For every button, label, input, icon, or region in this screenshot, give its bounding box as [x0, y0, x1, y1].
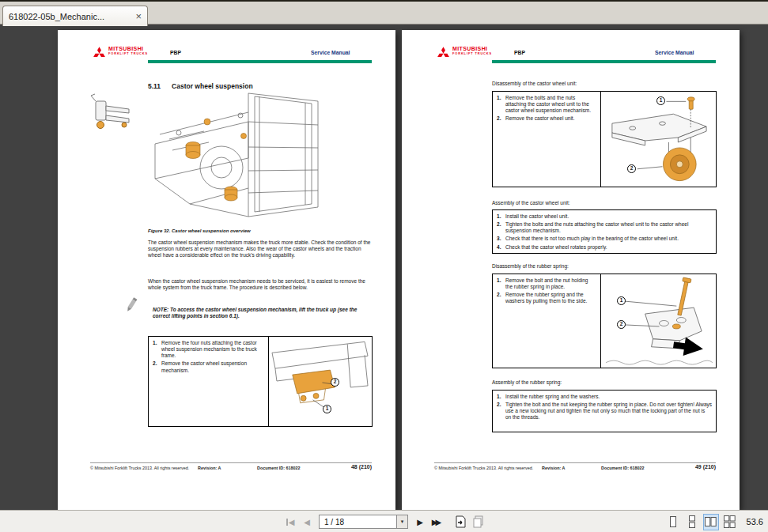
- single-page-view-button[interactable]: [665, 514, 681, 530]
- steps-list: Remove the four nuts attaching the casto…: [153, 340, 264, 374]
- procedure-label: Disassembly of the castor wheel unit:: [492, 81, 577, 87]
- procedure-label: Assembly of the rubber spring:: [492, 379, 562, 386]
- mitsubishi-logo: MITSUBISHI FORKLIFT TRUCKS: [437, 46, 492, 58]
- footer-revision: Revision: A: [542, 466, 565, 471]
- step: Remove the rubber spring and the washers…: [497, 292, 596, 304]
- suspension-removal-illustration: [269, 337, 372, 426]
- note-text: NOTE: To access the castor wheel suspens…: [153, 307, 373, 319]
- step: Remove the castor wheel unit.: [497, 115, 596, 122]
- last-page-button[interactable]: ▶▶: [429, 513, 444, 530]
- logo-text: MITSUBISHI FORKLIFT TRUCKS: [108, 46, 148, 55]
- procedure-figure-cell: 1 2: [600, 92, 716, 187]
- header-green-rule: [148, 60, 372, 63]
- callout-1: 1: [323, 405, 331, 413]
- procedure-steps-cell: Install the castor wheel unit. Tighten t…: [493, 210, 716, 253]
- header-doctype-label: Service Manual: [311, 50, 350, 56]
- procedure-label: Disassembly of the rubber spring:: [492, 263, 569, 270]
- overlapping-pages-button[interactable]: [471, 514, 486, 530]
- chevron-down-icon: ▾: [401, 519, 404, 524]
- procedure-steps-cell: Remove the bolts and the nuts attaching …: [493, 92, 600, 187]
- steps-list: Install the rubber spring and the washer…: [497, 394, 712, 421]
- pdf-viewer-window: 618022-05b_Mechanic... × MITSUBISHI FORK…: [0, 0, 768, 532]
- page-number-box: ▾: [319, 515, 408, 529]
- footer-copyright: © Mitsubishi Forklift Trucks 2013. All r…: [90, 466, 189, 471]
- steps-list: Remove the bolts and the nuts attaching …: [497, 95, 596, 123]
- step: Remove the bolts and the nuts attaching …: [497, 95, 596, 114]
- header-green-rule: [492, 60, 716, 63]
- header-model-label: PBP: [514, 50, 525, 56]
- manual-page-49: MITSUBISHI FORKLIFT TRUCKS PBP Service M…: [402, 30, 740, 510]
- header-doctype-label: Service Manual: [655, 50, 694, 56]
- step: Install the castor wheel unit.: [497, 213, 712, 220]
- castor-wheel-unit-illustration: [601, 92, 716, 187]
- assembly-unit-table: Install the castor wheel unit. Tighten t…: [492, 209, 717, 254]
- mitsubishi-logo: MITSUBISHI FORKLIFT TRUCKS: [93, 46, 148, 58]
- callout-2: 2: [627, 164, 636, 173]
- step: Check that the castor wheel rotates prop…: [497, 244, 712, 251]
- procedure-steps-cell: Install the rubber spring and the washer…: [493, 391, 716, 432]
- two-page-continuous-view-button[interactable]: [722, 514, 738, 530]
- continuous-view-icon: [687, 515, 698, 528]
- manual-page-48: MITSUBISHI FORKLIFT TRUCKS PBP Service M…: [58, 30, 395, 510]
- figure-caption: Figure 32. Castor wheel suspension overv…: [148, 228, 251, 235]
- document-tab-bar: 618022-05b_Mechanic... ×: [0, 0, 768, 25]
- step: Remove the castor wheel suspension mecha…: [153, 360, 264, 373]
- note-pencil-icon: [124, 296, 138, 314]
- step: Remove the four nuts attaching the casto…: [153, 340, 264, 359]
- footer-rule: [90, 462, 372, 463]
- continuous-view-button[interactable]: [684, 514, 700, 530]
- header-model-label: PBP: [170, 50, 181, 56]
- body-paragraph: The castor wheel suspension mechanism ma…: [148, 240, 373, 258]
- triangle-right-icon: ▶: [417, 518, 423, 526]
- castor-suspension-overview-illustration: [149, 89, 342, 224]
- document-tab-title: 618022-05b_Mechanic...: [9, 12, 131, 21]
- previous-page-button[interactable]: ◀: [300, 513, 314, 530]
- body-paragraph: When the castor wheel suspension mechani…: [148, 278, 373, 291]
- page-navigation-cluster: ◀ ◀ ▾ ▶ ▶▶: [283, 511, 486, 532]
- disassembly-unit-table: Remove the bolts and the nuts attaching …: [492, 91, 717, 187]
- document-tab[interactable]: 618022-05b_Mechanic... ×: [2, 6, 148, 26]
- step: Check that there is not too much play in…: [497, 236, 712, 242]
- footer-copyright: © Mitsubishi Forklift Trucks 2013. All r…: [434, 466, 533, 471]
- overlapping-pages-icon: [472, 515, 485, 528]
- disassembly-spring-table: Remove the bolt and the nut holding the …: [492, 274, 717, 368]
- zoom-level-label: 53.6: [747, 517, 763, 526]
- steps-list: Install the castor wheel unit. Tighten t…: [497, 213, 712, 251]
- procedure-label: Assembly of the castor wheel unit:: [492, 200, 570, 206]
- two-page-view-button[interactable]: [703, 514, 719, 530]
- step: Tighten the bolt and the nut keeping the…: [497, 402, 712, 421]
- page-dropdown-button[interactable]: ▾: [396, 515, 407, 528]
- logo-text: MITSUBISHI FORKLIFT TRUCKS: [452, 46, 492, 55]
- callout-1: 1: [617, 296, 626, 305]
- logo-brand-name: MITSUBISHI: [108, 46, 148, 51]
- two-page-continuous-view-icon: [724, 515, 736, 528]
- logo-brand-subname: FORKLIFT TRUCKS: [108, 52, 148, 55]
- triangle-left-icon: ◀: [289, 518, 295, 526]
- callout-2: 2: [617, 320, 626, 329]
- single-page-view-icon: [668, 515, 679, 528]
- tab-close-icon[interactable]: ×: [135, 11, 142, 21]
- page-number-input[interactable]: [320, 515, 396, 528]
- procedure-figure-cell: 1 2: [600, 274, 716, 368]
- page-with-arrow-button[interactable]: [452, 514, 468, 530]
- procedure-figure-cell: 2 1: [268, 337, 372, 426]
- footer-page-number: 49 (210): [695, 464, 716, 471]
- page-with-arrow-icon: [455, 515, 467, 528]
- triangle-left-icon: ◀: [304, 518, 310, 526]
- procedure-steps-cell: Remove the four nuts attaching the casto…: [149, 337, 268, 426]
- first-page-button[interactable]: ◀: [283, 513, 297, 530]
- footer-document-id: Document ID: 618022: [257, 466, 301, 471]
- callout-2: 2: [331, 378, 339, 387]
- logo-brand-name: MITSUBISHI: [452, 46, 492, 51]
- callout-1: 1: [656, 96, 665, 105]
- step: Tighten the bolts and the nuts attaching…: [497, 221, 712, 234]
- viewer-bottom-toolbar: ◀ ◀ ▾ ▶ ▶▶: [0, 510, 768, 532]
- footer-page-number: 48 (210): [351, 464, 372, 471]
- two-page-view-icon: [705, 515, 717, 528]
- assembly-spring-table: Install the rubber spring and the washer…: [492, 390, 717, 432]
- step: Install the rubber spring and the washer…: [497, 394, 712, 400]
- footer-revision: Revision: A: [198, 466, 221, 471]
- footer-rule: [434, 462, 716, 463]
- double-triangle-right-icon: ▶▶: [432, 518, 441, 526]
- next-page-button[interactable]: ▶: [413, 513, 427, 530]
